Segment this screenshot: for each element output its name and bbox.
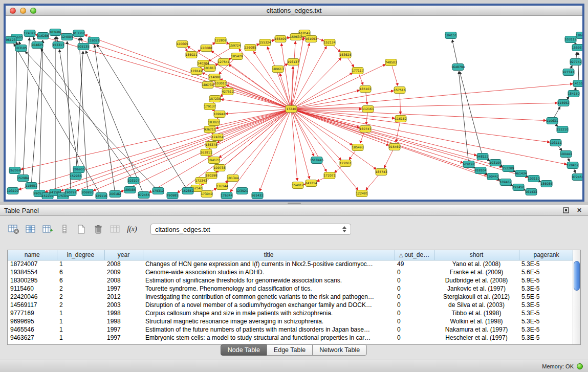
svg-text:427512: 427512 <box>222 90 234 93</box>
table-cell: 0 <box>395 285 434 293</box>
table-selector-value: citations_edges.txt <box>155 226 340 233</box>
svg-text:185479: 185479 <box>231 54 243 58</box>
scrollbar-thumb[interactable] <box>574 261 580 291</box>
svg-text:1648794: 1648794 <box>451 65 465 69</box>
svg-text:226088: 226088 <box>201 46 212 50</box>
svg-text:216286: 216286 <box>37 34 49 37</box>
table-cell: Nakamura et al. (1997) <box>434 325 519 334</box>
new-column-icon[interactable] <box>41 223 54 235</box>
sort-indicator-icon: △ <box>399 252 403 258</box>
table-cell: Dudbridge et al. (2008) <box>434 276 519 285</box>
status-bar: Memory: OK <box>0 360 588 372</box>
svg-text:180298: 180298 <box>206 173 217 177</box>
window-zoom-button[interactable] <box>30 8 36 14</box>
svg-text:152209: 152209 <box>503 166 514 170</box>
table-mode-icon[interactable] <box>7 223 20 235</box>
svg-text:163811: 163811 <box>201 150 212 154</box>
table-cell: 1 <box>57 309 104 317</box>
svg-text:124004: 124004 <box>61 35 73 38</box>
table-selector-dropdown[interactable]: citations_edges.txt <box>150 224 351 235</box>
svg-text:186378: 186378 <box>206 143 217 146</box>
svg-text:172343: 172343 <box>195 179 207 182</box>
table-cell: 9699695 <box>8 317 57 325</box>
table-row[interactable]: 2242004622012Investigating the contribut… <box>8 293 574 301</box>
svg-text:948122: 948122 <box>477 155 489 158</box>
new-table-icon[interactable] <box>75 223 88 235</box>
svg-text:190442: 190442 <box>487 174 499 178</box>
svg-text:17240: 17240 <box>286 107 296 111</box>
table-row[interactable]: 977716911998Corpus callosum shape and si… <box>8 309 574 317</box>
svg-text:154012: 154012 <box>292 183 304 187</box>
svg-text:196137: 196137 <box>288 60 299 63</box>
window-close-button[interactable] <box>10 8 16 14</box>
svg-text:128452: 128452 <box>567 163 579 167</box>
table-row[interactable]: 1456911722003Disruption of a novel membe… <box>8 301 574 309</box>
svg-text:155324: 155324 <box>259 40 271 44</box>
svg-text:163625: 163625 <box>340 53 352 56</box>
svg-text:191344: 191344 <box>227 176 239 180</box>
table-body: 1872400712008Changes of HCN gene express… <box>8 260 574 342</box>
svg-text:186086: 186086 <box>541 182 553 185</box>
svg-text:186085: 186085 <box>124 188 136 191</box>
table-cell: 1 <box>57 317 104 325</box>
table-row[interactable]: 1872400712008Changes of HCN gene express… <box>8 260 574 268</box>
svg-text:214088: 214088 <box>209 75 221 79</box>
svg-text:103105: 103105 <box>15 46 27 50</box>
column-header-title[interactable]: title <box>143 250 395 260</box>
column-label: short <box>470 251 484 258</box>
table-cell: 5.9E-5 <box>519 276 574 285</box>
window-minimize-button[interactable] <box>20 8 26 14</box>
node-table: namein_degreeyeartitle△out_de…shortpager… <box>7 250 581 345</box>
close-panel-icon[interactable]: ✕ <box>575 206 584 214</box>
table-cell: 9777169 <box>8 309 57 317</box>
svg-text:176344: 176344 <box>221 193 233 197</box>
function-builder-icon[interactable]: f(x) <box>125 223 139 235</box>
float-panel-icon[interactable] <box>561 206 571 214</box>
delete-column-icon[interactable] <box>58 223 71 235</box>
column-header-in_degree[interactable]: in_degree <box>57 250 104 260</box>
svg-text:141214: 141214 <box>306 181 317 185</box>
table-row[interactable]: 911546021997Tourette syndrome. Phenomeno… <box>8 285 574 293</box>
svg-text:184150: 184150 <box>568 92 580 95</box>
table-row[interactable]: 946554611997Estimation of the future num… <box>8 325 574 334</box>
column-label: title <box>264 251 274 258</box>
import-table-icon[interactable] <box>108 223 122 235</box>
table-cell: 5.3E-5 <box>519 325 574 334</box>
panel-splitter[interactable] <box>0 202 588 205</box>
svg-text:206182: 206182 <box>110 192 121 195</box>
tab-node-table[interactable]: Node Table <box>221 344 267 356</box>
svg-text:679197: 679197 <box>463 162 475 166</box>
svg-text:186021: 186021 <box>186 53 198 56</box>
window-title: citations_edges.txt <box>6 6 582 16</box>
svg-text:122808: 122808 <box>215 38 227 42</box>
table-vertical-scrollbar[interactable] <box>573 250 580 344</box>
column-header-short[interactable]: short <box>434 250 519 260</box>
svg-text:110631: 110631 <box>547 119 558 122</box>
column-header-year[interactable]: year <box>104 250 143 260</box>
table-cell: 0 <box>395 317 434 325</box>
table-row[interactable]: 1938455462009Genome-wide association stu… <box>8 268 574 276</box>
network-canvas[interactable]: 1724011854215213416362517711718510311216… <box>6 16 582 199</box>
table-panel-title: Table Panel <box>4 207 561 214</box>
svg-text:115952: 115952 <box>558 101 570 104</box>
tab-network-table[interactable]: Network Table <box>312 344 367 356</box>
table-row[interactable]: 1830029562008Estimation of significance … <box>8 276 574 285</box>
svg-text:115951: 115951 <box>26 184 37 187</box>
table-cell: 0 <box>395 309 434 317</box>
column-label: year <box>118 251 129 258</box>
svg-text:818104: 818104 <box>475 168 487 172</box>
column-header-out_degree[interactable]: △out_de… <box>395 250 434 260</box>
column-header-name[interactable]: name <box>8 250 57 260</box>
network-view-window: citations_edges.txt 17240118542152134163… <box>4 4 584 202</box>
column-header-pagerank[interactable]: pagerank <box>519 250 574 260</box>
memory-status-label: Memory: OK <box>542 363 574 369</box>
network-window-titlebar[interactable]: citations_edges.txt <box>6 6 582 16</box>
table-row[interactable]: 946362711997Embryonic stem cells: a mode… <box>8 334 574 342</box>
svg-text:103109: 103109 <box>490 161 502 164</box>
svg-text:136144: 136144 <box>216 184 228 188</box>
table-cell: Investigating the contribution of common… <box>143 293 395 301</box>
delete-table-icon[interactable] <box>92 223 105 235</box>
table-row[interactable]: 969969511998Structural magnetic resonanc… <box>8 317 574 325</box>
tab-edge-table[interactable]: Edge Table <box>267 344 313 356</box>
show-columns-icon[interactable] <box>24 223 37 235</box>
